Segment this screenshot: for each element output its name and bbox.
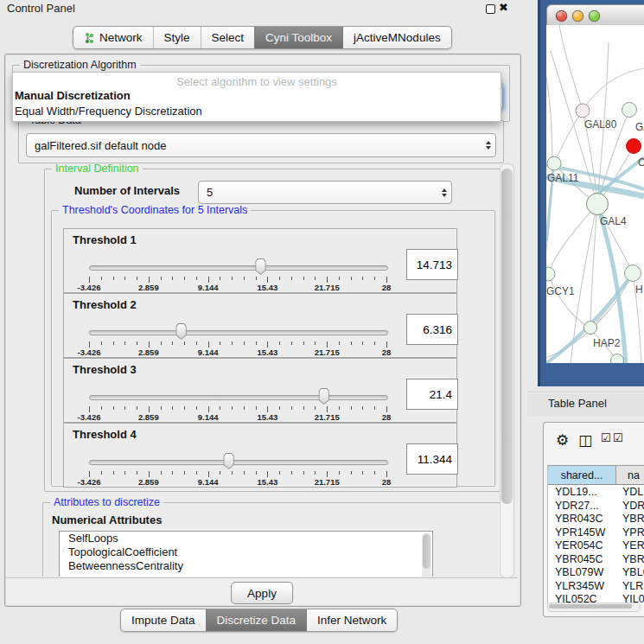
cell-shared-name[interactable]: YDL19... <box>555 486 597 498</box>
algorithm-option[interactable]: Manual Discretization <box>13 88 501 104</box>
attribute-list-item[interactable]: SelfLoops <box>60 532 432 545</box>
slider-tick <box>374 406 375 410</box>
network-edge[interactable] <box>559 25 583 111</box>
tab-cyni-toolbox[interactable]: Cyni Toolbox <box>254 27 342 48</box>
table-row[interactable]: YDR27...YDR2 <box>548 500 644 513</box>
apply-button[interactable]: Apply <box>231 582 293 604</box>
cell-name[interactable]: YBR0 <box>622 553 644 565</box>
node-table[interactable]: shared... na YDL19...YDL1YDR27...YDR2YBR… <box>547 465 644 604</box>
numerical-attributes-list[interactable]: SelfLoopsTopologicalCoefficientBetweenne… <box>59 531 433 577</box>
network-node[interactable] <box>587 194 609 215</box>
network-window-titlebar[interactable] <box>546 4 644 27</box>
cell-shared-name[interactable]: YPR145W <box>555 526 605 539</box>
column-header-shared-name[interactable]: shared... <box>548 466 616 485</box>
cell-name[interactable]: YPR1 <box>622 526 644 539</box>
threshold-label: Threshold 1 <box>73 233 137 246</box>
table-row[interactable]: YBR043CYBR0 <box>548 513 644 526</box>
attribute-list-item[interactable]: BetweennessCentrality <box>60 559 432 573</box>
threshold-value-field[interactable] <box>406 249 458 280</box>
network-node[interactable] <box>627 139 641 154</box>
cell-name[interactable]: YDL1 <box>622 486 644 498</box>
network-node[interactable] <box>611 354 624 364</box>
slider-thumb[interactable] <box>175 323 188 340</box>
slider-thumb[interactable] <box>317 388 330 405</box>
threshold-value-field[interactable] <box>406 443 458 475</box>
slider-tick <box>303 406 304 410</box>
cell-shared-name[interactable]: YLR345W <box>555 580 604 592</box>
tab-style[interactable]: Style <box>153 27 201 48</box>
slider-thumb[interactable] <box>222 453 235 469</box>
tab-network[interactable]: Network <box>73 27 153 48</box>
cell-shared-name[interactable]: YDR27... <box>555 500 599 512</box>
slider-tick <box>386 277 387 283</box>
network-node[interactable] <box>546 267 555 281</box>
minimize-light[interactable] <box>572 10 583 22</box>
float-window-icon[interactable] <box>486 4 495 14</box>
threshold-value-field[interactable] <box>406 314 458 345</box>
network-canvas[interactable]: GAL80GACGAL11GAL4HGCY1HAP2 <box>546 25 644 363</box>
slider-thumb[interactable] <box>254 258 267 275</box>
network-graph[interactable]: GAL80GACGAL11GAL4HGCY1HAP2 <box>546 25 644 363</box>
slider-track[interactable] <box>89 265 388 271</box>
slider-tick <box>303 277 304 280</box>
table-row[interactable]: YDL19...YDL1 <box>548 486 644 500</box>
bottom-tab-impute-data[interactable]: Impute Data <box>121 609 206 631</box>
table-row[interactable]: YPR145WYPR1 <box>548 526 644 540</box>
algorithm-option[interactable]: Equal Width/Frequency Discretization <box>13 104 501 119</box>
slider-tick <box>256 341 257 345</box>
table-row[interactable]: YLR345WYLR3 <box>548 580 644 594</box>
table-horizontal-scrollbar[interactable] <box>547 603 641 612</box>
split-column-icon[interactable]: ◫ <box>578 431 592 449</box>
cell-name[interactable]: YER0 <box>622 539 644 552</box>
checkbox-icon[interactable]: ☑ <box>601 431 611 444</box>
network-edge[interactable] <box>590 204 597 328</box>
bottom-tab-discretize-data[interactable]: Discretize Data <box>206 609 307 631</box>
attribute-list-item[interactable]: TopologicalCoefficient <box>60 545 432 559</box>
network-node[interactable] <box>625 265 641 282</box>
network-edge[interactable] <box>548 274 590 328</box>
cell-shared-name[interactable]: YBL079W <box>555 566 603 578</box>
slider-tick <box>362 341 363 345</box>
cell-shared-name[interactable]: YER054C <box>555 539 603 552</box>
zoom-light[interactable] <box>589 10 600 22</box>
table-data-combobox[interactable]: galFiltered.sif default node <box>26 133 496 157</box>
threshold-value-field[interactable] <box>406 379 458 410</box>
network-node[interactable] <box>584 322 597 335</box>
network-edge[interactable] <box>597 204 633 273</box>
table-row[interactable]: YBR045CYBR0 <box>548 553 644 567</box>
number-of-intervals-combobox[interactable]: 5 <box>198 181 452 204</box>
algorithm-dropdown-popup: Select algorithm to view settings Manual… <box>12 72 501 122</box>
network-node[interactable] <box>622 103 637 118</box>
tab-jactivemnodules[interactable]: jActiveMNodules <box>342 27 451 48</box>
slider-track[interactable] <box>89 395 388 400</box>
slider-tick <box>291 341 292 345</box>
cell-shared-name[interactable]: YBR045C <box>555 553 603 565</box>
slider-track[interactable] <box>89 330 388 335</box>
gear-icon[interactable]: ⚙ <box>556 431 569 449</box>
cell-name[interactable]: YBL0 <box>622 566 644 578</box>
network-node[interactable] <box>547 156 561 170</box>
tab-select[interactable]: Select <box>201 27 255 48</box>
close-icon[interactable]: ✖ <box>499 1 508 14</box>
bottom-tab-infer-network[interactable]: Infer Network <box>306 609 397 631</box>
tab-label: Impute Data <box>131 614 195 627</box>
slider-tick <box>315 471 316 475</box>
tab-label: jActiveMNodules <box>354 31 441 44</box>
slider-tick <box>137 341 137 345</box>
cell-name[interactable]: YBR0 <box>622 513 644 525</box>
slider-track[interactable] <box>89 460 388 465</box>
table-row[interactable]: YER054CYER0 <box>548 539 644 553</box>
network-node[interactable] <box>576 104 590 118</box>
column-header-name[interactable]: na <box>616 466 644 485</box>
cell-name[interactable]: YLR3 <box>622 580 644 592</box>
slider-tick <box>101 341 102 345</box>
panel-scrollbar[interactable] <box>500 163 514 578</box>
cell-name[interactable]: YDR2 <box>622 500 644 512</box>
table-row[interactable]: YBL079WYBL0 <box>548 566 644 580</box>
control-panel-tabs: NetworkStyleSelectCyni ToolboxjActiveMNo… <box>73 26 452 49</box>
checkbox-icon[interactable]: ☑ <box>613 431 623 444</box>
close-light[interactable] <box>556 10 567 22</box>
cell-shared-name[interactable]: YBR043C <box>555 513 603 525</box>
list-scrollbar[interactable] <box>422 532 431 577</box>
network-edge[interactable] <box>554 111 583 163</box>
